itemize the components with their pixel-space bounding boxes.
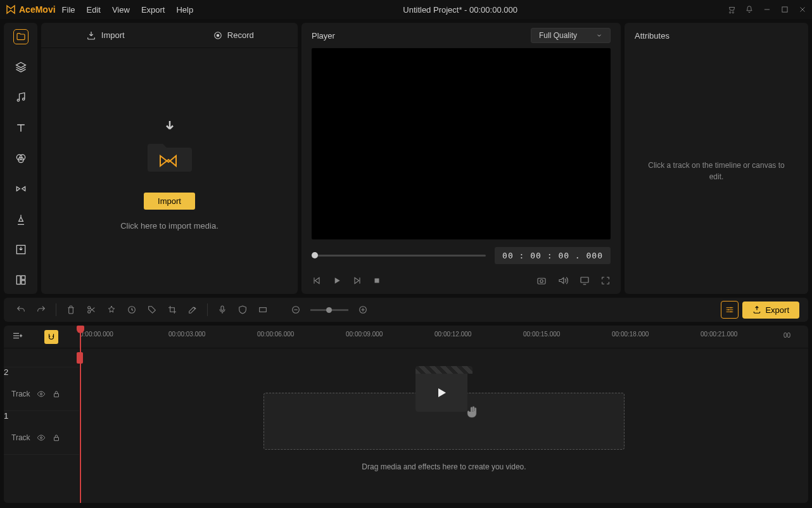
menu-file[interactable]: File bbox=[62, 5, 75, 15]
sidebar-audio-icon[interactable] bbox=[13, 90, 29, 105]
titlebar: AceMovi File Edit View Export Help Untit… bbox=[0, 0, 812, 19]
import-icon bbox=[86, 30, 96, 41]
svg-point-24 bbox=[40, 393, 42, 395]
clip-icon bbox=[416, 366, 473, 417]
svg-rect-7 bbox=[21, 281, 25, 284]
zoom-in-icon[interactable] bbox=[355, 302, 371, 318]
undo-icon[interactable] bbox=[13, 302, 29, 318]
lock-icon[interactable] bbox=[52, 433, 61, 442]
ruler-mark: 00:00:15.000 bbox=[523, 331, 560, 338]
color-icon[interactable] bbox=[124, 302, 140, 318]
video-canvas[interactable] bbox=[312, 48, 611, 239]
main-menu: File Edit View Export Help bbox=[62, 5, 194, 15]
track-number: 1 bbox=[4, 411, 8, 421]
crop-icon[interactable] bbox=[164, 302, 181, 318]
split-icon[interactable] bbox=[83, 302, 99, 318]
track-number: 2 bbox=[4, 367, 8, 377]
fullscreen-icon[interactable] bbox=[600, 276, 611, 286]
zoom-out-icon[interactable] bbox=[288, 302, 304, 318]
lock-icon[interactable] bbox=[52, 390, 61, 398]
attributes-hint: Click a track on the timeline or canvas … bbox=[625, 48, 808, 294]
sidebar-layers-icon[interactable] bbox=[13, 60, 29, 75]
prev-frame-icon[interactable] bbox=[312, 276, 322, 286]
menu-view[interactable]: View bbox=[112, 5, 130, 15]
menu-help[interactable]: Help bbox=[176, 5, 193, 15]
snap-icon[interactable] bbox=[44, 330, 58, 344]
menu-edit[interactable]: Edit bbox=[87, 5, 101, 15]
attributes-panel: Attributes Click a track on the timeline… bbox=[625, 23, 808, 294]
menu-export[interactable]: Export bbox=[141, 5, 165, 15]
svg-rect-25 bbox=[54, 393, 58, 397]
settings-button[interactable] bbox=[721, 301, 739, 319]
time-ruler[interactable]: 0:00:00.000 00:00:03.000 00:00:06.000 00… bbox=[80, 326, 802, 348]
volume-icon[interactable] bbox=[557, 275, 569, 286]
svg-rect-13 bbox=[581, 277, 588, 283]
tool-sidebar bbox=[4, 23, 37, 294]
eye-icon[interactable] bbox=[37, 433, 46, 442]
track-area[interactable]: Drag media and effects here to create yo… bbox=[80, 348, 802, 503]
svg-rect-0 bbox=[782, 7, 787, 12]
svg-point-12 bbox=[540, 280, 543, 283]
svg-point-22 bbox=[728, 309, 729, 310]
display-icon[interactable] bbox=[579, 275, 590, 286]
drop-hint: Drag media and effects here to create yo… bbox=[263, 462, 625, 471]
svg-rect-10 bbox=[375, 279, 379, 283]
bell-icon[interactable] bbox=[745, 5, 754, 14]
svg-rect-18 bbox=[260, 308, 267, 312]
import-button[interactable]: Import bbox=[144, 193, 195, 210]
folder-icon bbox=[144, 137, 195, 175]
quality-value: Full Quality bbox=[539, 31, 577, 40]
sidebar-transitions-icon[interactable] bbox=[13, 181, 29, 196]
aspect-icon[interactable] bbox=[255, 302, 271, 318]
snapshot-icon[interactable] bbox=[536, 275, 547, 286]
mic-icon[interactable] bbox=[214, 302, 231, 318]
cart-icon[interactable] bbox=[727, 5, 736, 14]
svg-point-23 bbox=[730, 311, 732, 312]
attributes-label: Attributes bbox=[635, 31, 669, 41]
close-icon[interactable] bbox=[798, 5, 807, 14]
speed-icon[interactable] bbox=[103, 302, 120, 318]
eye-icon[interactable] bbox=[37, 390, 46, 398]
playhead[interactable] bbox=[80, 326, 81, 503]
maximize-icon[interactable] bbox=[780, 5, 789, 14]
svg-point-21 bbox=[730, 307, 732, 308]
export-button[interactable]: Export bbox=[742, 302, 799, 319]
edit-icon[interactable] bbox=[184, 302, 201, 318]
minimize-icon[interactable] bbox=[763, 5, 771, 14]
add-track-icon[interactable] bbox=[11, 330, 25, 344]
ruler-mark: 00:00:03.000 bbox=[168, 331, 205, 338]
svg-point-26 bbox=[40, 436, 42, 438]
sidebar-split-icon[interactable] bbox=[13, 272, 29, 288]
app-logo: AceMovi bbox=[5, 4, 56, 15]
ruler-end: 00 bbox=[783, 332, 790, 339]
sidebar-media-icon[interactable] bbox=[13, 29, 29, 44]
quality-select[interactable]: Full Quality bbox=[531, 28, 611, 43]
play-icon[interactable] bbox=[332, 276, 342, 286]
import-hint: Click here to import media. bbox=[120, 221, 219, 231]
record-tab[interactable]: Record bbox=[170, 23, 298, 48]
app-name: AceMovi bbox=[19, 4, 56, 15]
ruler-mark: 00:00:12.000 bbox=[435, 331, 471, 338]
import-folder-graphic[interactable] bbox=[141, 111, 198, 181]
player-label: Player bbox=[312, 31, 335, 41]
next-frame-icon[interactable] bbox=[352, 276, 362, 286]
zoom-slider[interactable] bbox=[310, 309, 348, 311]
shield-icon[interactable] bbox=[234, 302, 251, 318]
stop-icon[interactable] bbox=[372, 276, 381, 285]
arrow-down-icon bbox=[160, 118, 179, 137]
import-tab[interactable]: Import bbox=[41, 23, 170, 48]
sidebar-filters-icon[interactable] bbox=[13, 151, 29, 166]
seek-slider[interactable] bbox=[312, 246, 486, 265]
svg-rect-5 bbox=[16, 276, 20, 284]
sidebar-text-icon[interactable] bbox=[13, 120, 29, 136]
logo-icon bbox=[5, 4, 16, 15]
sidebar-export-icon[interactable] bbox=[13, 242, 29, 257]
chevron-down-icon bbox=[596, 32, 602, 39]
timeline: 0:00:00.000 00:00:03.000 00:00:06.000 00… bbox=[4, 326, 808, 503]
delete-icon[interactable] bbox=[63, 302, 79, 318]
redo-icon[interactable] bbox=[33, 302, 49, 318]
export-icon bbox=[752, 305, 761, 314]
sidebar-animations-icon[interactable] bbox=[13, 212, 29, 227]
tag-icon[interactable] bbox=[144, 302, 160, 318]
media-panel: Import Record Import Click here to impor… bbox=[41, 23, 298, 294]
